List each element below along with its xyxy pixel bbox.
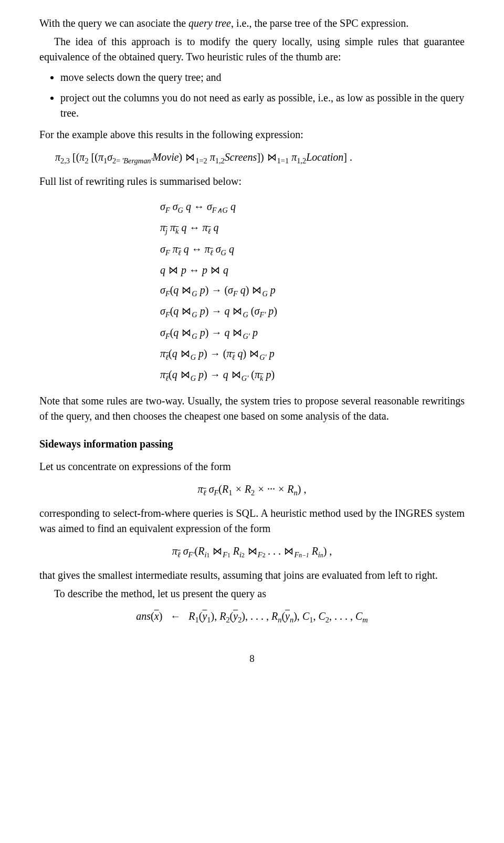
paragraph-smallest-results: that gives the smallest intermediate res… <box>39 568 465 583</box>
paragraph-concentrate: Let us concentrate on expressions of the… <box>39 459 465 474</box>
paragraph-describe-method: To describe the method, let us present t… <box>39 586 465 601</box>
paragraph-query-tree: With the query we can asociate the query… <box>39 16 465 31</box>
term-query-tree: query tree <box>188 17 231 29</box>
math-expression-ans: ans(x) ← R1(y1), R2(y2), . . . , Rn(yn),… <box>39 609 465 626</box>
math-expression-form2: πℓ σF′(Ri1 ⋈F1 Ri2 ⋈F2 . . . ⋈Fn−1 Rin) … <box>39 544 465 560</box>
paragraph-two-way: Note that some rules are two-way. Usuall… <box>39 393 465 424</box>
paragraph-example-intro: For the example above this results in th… <box>39 127 465 142</box>
list-item: move selects down the query tree; and <box>60 70 465 85</box>
rewriting-rules-block: σF σG q ↔ σF∧G q πj πk q ↔ πℓ q σF πℓ q … <box>39 196 465 386</box>
text: With the query we can asociate the <box>39 17 188 29</box>
heading-sideways: Sideways information passing <box>39 436 465 452</box>
math-expression-form1: πℓ σF(R1 × R2 × ··· × Rn) , <box>39 482 465 498</box>
math-expression-example: π2,3 [(π2 [(π1σ2= 'Bergman'Movie) ⋈1=2 π… <box>39 150 465 166</box>
text: , i.e., the parse tree of the SPC expres… <box>231 17 408 29</box>
paragraph-ingres: corresponding to select-from-where queri… <box>39 506 465 536</box>
heuristic-list: move selects down the query tree; and pr… <box>39 70 465 121</box>
paragraph-approach: The idea of this approach is to modify t… <box>39 34 465 65</box>
list-item: project out the columns you do not need … <box>60 90 465 121</box>
page-number: 8 <box>39 651 465 666</box>
paragraph-rewriting-intro: Full list of rewriting rules is summaris… <box>39 174 465 189</box>
